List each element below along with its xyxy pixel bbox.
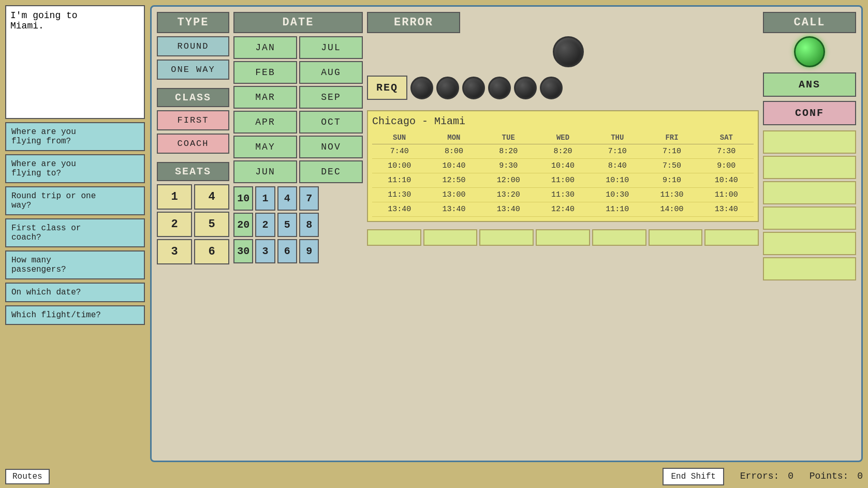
seat-3[interactable]: 3: [157, 239, 192, 264]
seat-6[interactable]: 6: [194, 239, 229, 264]
num-1[interactable]: 1: [255, 186, 275, 211]
num-2[interactable]: 2: [255, 213, 275, 237]
schedule-row-3[interactable]: 11:3013:0013:2011:3010:3011:3011:00: [372, 188, 754, 202]
schedule-cell-1-6[interactable]: 9:00: [699, 159, 754, 173]
schedule-cell-0-3[interactable]: 8:20: [536, 144, 590, 159]
knob-6[interactable]: [540, 77, 563, 99]
schedule-cell-1-5[interactable]: 7:50: [644, 159, 699, 173]
schedule-row-2[interactable]: 11:1012:5012:0011:0010:109:1010:40: [372, 173, 754, 188]
num-6[interactable]: 6: [277, 239, 297, 263]
right-box-1[interactable]: [763, 130, 856, 154]
schedule-cell-1-1[interactable]: 10:40: [426, 159, 481, 173]
req-btn[interactable]: REQ: [367, 76, 407, 100]
month-dec[interactable]: DEC: [299, 160, 363, 183]
schedule-cell-4-6[interactable]: 13:40: [699, 202, 754, 217]
schedule-cell-3-5[interactable]: 11:30: [644, 188, 699, 202]
bottom-box-5[interactable]: [592, 229, 646, 246]
month-nov[interactable]: NOV: [299, 136, 363, 158]
knob-2[interactable]: [436, 77, 459, 99]
question-btn-5[interactable]: On which date?: [5, 283, 145, 302]
question-btn-6[interactable]: Which flight/time?: [5, 305, 145, 325]
schedule-cell-4-3[interactable]: 12:40: [536, 202, 590, 217]
schedule-cell-0-0[interactable]: 7:40: [372, 144, 426, 159]
right-box-2[interactable]: [763, 156, 856, 179]
right-box-6[interactable]: [763, 257, 856, 280]
round-btn[interactable]: ROUND: [157, 36, 229, 56]
bottom-box-3[interactable]: [479, 229, 534, 246]
month-feb[interactable]: FEB: [233, 61, 297, 84]
right-box-4[interactable]: [763, 206, 856, 230]
schedule-row-4[interactable]: 13:4013:4013:4012:4011:1014:0013:40: [372, 202, 754, 217]
schedule-cell-2-6[interactable]: 10:40: [699, 173, 754, 188]
month-jan[interactable]: JAN: [233, 36, 297, 59]
num-9[interactable]: 9: [299, 239, 319, 263]
schedule-cell-1-0[interactable]: 10:00: [372, 159, 426, 173]
month-jun[interactable]: JUN: [233, 160, 297, 183]
seat-2[interactable]: 2: [157, 212, 192, 237]
routes-btn[interactable]: Routes: [5, 469, 50, 484]
schedule-cell-0-5[interactable]: 7:10: [644, 144, 699, 159]
schedule-cell-1-4[interactable]: 8:40: [590, 159, 644, 173]
bottom-box-4[interactable]: [536, 229, 590, 246]
conf-btn[interactable]: CONF: [763, 101, 856, 125]
num-20[interactable]: 20: [233, 213, 253, 237]
question-btn-4[interactable]: How many passengers?: [5, 250, 145, 279]
schedule-cell-4-4[interactable]: 11:10: [590, 202, 644, 217]
bottom-box-1[interactable]: [367, 229, 421, 246]
knob-1[interactable]: [410, 77, 433, 99]
question-btn-3[interactable]: First class or coach?: [5, 218, 145, 247]
num-5[interactable]: 5: [277, 213, 297, 237]
schedule-cell-4-5[interactable]: 14:00: [644, 202, 699, 217]
ans-btn[interactable]: ANS: [763, 72, 856, 97]
knob-5[interactable]: [514, 77, 537, 99]
schedule-row-0[interactable]: 7:408:008:208:207:107:107:30: [372, 144, 754, 159]
num-7[interactable]: 7: [299, 186, 319, 211]
schedule-cell-0-4[interactable]: 7:10: [590, 144, 644, 159]
schedule-cell-2-4[interactable]: 10:10: [590, 173, 644, 188]
month-jul[interactable]: JUL: [299, 36, 363, 59]
month-may[interactable]: MAY: [233, 136, 297, 158]
num-10[interactable]: 10: [233, 186, 253, 211]
right-box-3[interactable]: [763, 181, 856, 204]
first-class-btn[interactable]: FIRST: [157, 110, 229, 130]
question-btn-1[interactable]: Where are you flying to?: [5, 154, 145, 183]
end-shift-btn[interactable]: End Shift: [663, 468, 724, 485]
month-oct[interactable]: OCT: [299, 111, 363, 134]
schedule-cell-2-5[interactable]: 9:10: [644, 173, 699, 188]
schedule-cell-3-3[interactable]: 11:30: [536, 188, 590, 202]
num-3[interactable]: 3: [255, 239, 275, 263]
knob-4[interactable]: [488, 77, 511, 99]
schedule-row-1[interactable]: 10:0010:409:3010:408:407:509:00: [372, 159, 754, 173]
schedule-cell-3-0[interactable]: 11:30: [372, 188, 426, 202]
schedule-cell-0-6[interactable]: 7:30: [699, 144, 754, 159]
coach-btn[interactable]: COACH: [157, 134, 229, 154]
schedule-cell-4-1[interactable]: 13:40: [426, 202, 481, 217]
knob-3[interactable]: [462, 77, 485, 99]
schedule-cell-3-2[interactable]: 13:20: [481, 188, 536, 202]
num-4[interactable]: 4: [277, 186, 297, 211]
schedule-cell-1-2[interactable]: 9:30: [481, 159, 536, 173]
schedule-cell-2-2[interactable]: 12:00: [481, 173, 536, 188]
schedule-cell-4-0[interactable]: 13:40: [372, 202, 426, 217]
bottom-box-2[interactable]: [423, 229, 478, 246]
question-btn-2[interactable]: Round trip or one way?: [5, 186, 145, 215]
seat-5[interactable]: 5: [194, 212, 229, 237]
schedule-cell-4-2[interactable]: 13:40: [481, 202, 536, 217]
schedule-cell-3-1[interactable]: 13:00: [426, 188, 481, 202]
num-8[interactable]: 8: [299, 213, 319, 237]
schedule-cell-2-1[interactable]: 12:50: [426, 173, 481, 188]
seat-4[interactable]: 4: [194, 184, 229, 210]
seat-1[interactable]: 1: [157, 184, 192, 210]
schedule-cell-1-3[interactable]: 10:40: [536, 159, 590, 173]
schedule-cell-2-0[interactable]: 11:10: [372, 173, 426, 188]
schedule-cell-0-1[interactable]: 8:00: [426, 144, 481, 159]
schedule-cell-3-4[interactable]: 10:30: [590, 188, 644, 202]
one-way-btn[interactable]: ONE WAY: [157, 60, 229, 80]
month-mar[interactable]: MAR: [233, 86, 297, 109]
schedule-cell-0-2[interactable]: 8:20: [481, 144, 536, 159]
month-aug[interactable]: AUG: [299, 61, 363, 84]
month-sep[interactable]: SEP: [299, 86, 363, 109]
num-30[interactable]: 30: [233, 239, 253, 263]
right-box-5[interactable]: [763, 232, 856, 255]
schedule-cell-3-6[interactable]: 11:00: [699, 188, 754, 202]
